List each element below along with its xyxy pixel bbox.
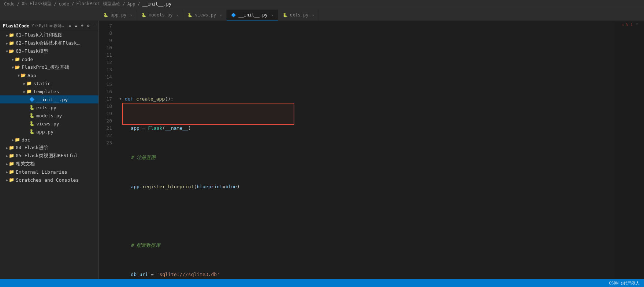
- add-folder-icon[interactable]: ⊕: [69, 23, 71, 28]
- chevron-right-icon: ▶: [12, 57, 14, 61]
- tab-views-py[interactable]: 🐍 views.py ✕: [183, 10, 227, 20]
- sidebar-label: App: [27, 73, 36, 78]
- code-line-14: ____db_uri = 'sqlite:///sqlite3.db': [119, 271, 615, 278]
- sidebar-label: static: [33, 81, 51, 86]
- chevron-down-icon: ▼: [12, 65, 14, 69]
- status-bar: CSDN @代码浪人: [0, 279, 644, 287]
- breadcrumb-item[interactable]: Code: [4, 1, 15, 7]
- minimap: [615, 22, 644, 279]
- close-icon[interactable]: ✕: [176, 13, 178, 17]
- folder-icon: 📁: [15, 137, 20, 142]
- punctuation: ():: [165, 95, 173, 103]
- collapse-all-icon[interactable]: ≑: [81, 23, 83, 28]
- tab-label: app.py: [111, 12, 126, 18]
- sidebar-item-static[interactable]: ▶ 📁 static: [0, 79, 98, 87]
- sidebar-label: code: [22, 57, 33, 62]
- folder-icon: 📁: [9, 33, 14, 38]
- tab-label: exts.py: [290, 12, 309, 18]
- close-icon[interactable]: ✕: [220, 13, 222, 17]
- chevron-down-icon: ▼: [18, 73, 20, 78]
- sidebar-item-init-py[interactable]: 🔷 __init__.py: [0, 95, 98, 103]
- chevron-right-icon: ▶: [12, 138, 14, 142]
- sidebar-label: models.py: [36, 113, 62, 118]
- close-icon[interactable]: ✕: [271, 13, 273, 17]
- code-line-11: ____app.register_blueprint(blueprint=blu…: [119, 183, 615, 190]
- editor-area[interactable]: ⚠ A 1 ⌃ 7 8 9 10 11 12 13 14 15 16 17 18…: [99, 21, 644, 279]
- tab-app-py[interactable]: 🐍 app.py ✕: [99, 10, 137, 20]
- folder-icon: 📂: [9, 49, 14, 54]
- sidebar-label: 相关文档: [16, 161, 35, 167]
- code-line-7: [119, 66, 615, 73]
- folder-icon: 📁: [26, 81, 32, 86]
- breadcrumb-active: __init__.py: [142, 1, 171, 7]
- breadcrumb-item[interactable]: FlaskPro1_模型基础: [76, 1, 120, 7]
- sidebar-item-scratches[interactable]: ▶ 📁 Scratches and Consoles: [0, 176, 98, 184]
- folder-icon: 📁: [15, 57, 20, 62]
- breadcrumb-item[interactable]: code: [59, 1, 69, 7]
- sidebar-item-flask-model[interactable]: ▼ 📂 03-Flask模型: [0, 47, 98, 55]
- code-line-8: ▾ def create_app():: [119, 95, 615, 103]
- sidebar-label: doc: [22, 137, 30, 143]
- sidebar-item-flask-intro[interactable]: ▶ 📁 01-Flask入门和视图: [0, 31, 98, 39]
- sidebar-item-flask-advanced[interactable]: ▶ 📁 04-Flask进阶: [0, 144, 98, 152]
- chevron-right-icon: ▶: [23, 82, 26, 86]
- settings-icon[interactable]: ⚙: [87, 23, 90, 28]
- breadcrumb-item[interactable]: App: [127, 1, 135, 7]
- folder-icon: 📂: [15, 65, 20, 70]
- tab-bar: 🐍 app.py ✕ 🐍 models.py ✕ 🐍 views.py ✕ 🔷 …: [0, 8, 644, 21]
- sidebar-label: templates: [33, 89, 59, 94]
- close-sidebar-icon[interactable]: —: [93, 23, 96, 28]
- code-line-12: [119, 212, 615, 220]
- sidebar-item-models-py[interactable]: 🐍 models.py: [0, 112, 98, 120]
- status-right: CSDN @代码浪人: [609, 280, 640, 286]
- sidebar-item-external-libs[interactable]: ▶ 📁 External Libraries: [0, 168, 98, 176]
- main-area: Flask2Code Y:\Python教研院202... ⊕ ≡ ≑ ⚙ — …: [0, 21, 644, 279]
- sidebar-item-views-py[interactable]: 🐍 views.py: [0, 120, 98, 128]
- sidebar-label: __init__.py: [36, 97, 68, 102]
- sidebar-label: 03-Flask模型: [16, 48, 48, 54]
- sidebar-item-flask-session[interactable]: ▶ 📁 02-Flask会话技术和Flask模板语: [0, 39, 98, 47]
- sidebar-label: 01-Flask入门和视图: [16, 32, 63, 38]
- selection-box: [122, 103, 294, 125]
- close-icon[interactable]: ✕: [130, 13, 132, 17]
- breadcrumb-bar: Code / 05-Flask模型 / code / FlaskPro1_模型基…: [0, 0, 644, 8]
- close-icon[interactable]: ✕: [312, 13, 314, 17]
- sidebar-item-templates[interactable]: ▶ 📁 templates: [0, 87, 98, 95]
- chevron-right-icon: ▶: [6, 154, 8, 158]
- sidebar-item-related-docs[interactable]: ▶ 📁 相关文档: [0, 160, 98, 168]
- sidebar-item-exts-py[interactable]: 🐍 exts.py: [0, 103, 98, 112]
- collapse-icon[interactable]: ≡: [75, 23, 78, 28]
- code-content[interactable]: ▾ def create_app(): ____app = Flask(__na…: [116, 22, 615, 279]
- sidebar-label: Scratches and Consoles: [16, 177, 79, 183]
- chevron-right-icon: ▶: [6, 178, 8, 182]
- sidebar-header: Flask2Code Y:\Python教研院202... ⊕ ≡ ≑ ⚙ —: [0, 21, 98, 31]
- sidebar-label: 02-Flask会话技术和Flask模板语: [16, 40, 82, 46]
- code-container[interactable]: 7 8 9 10 11 12 13 14 15 16 17 18 19 20 2…: [99, 21, 644, 279]
- tab-init-py[interactable]: 🔷 __init__.py ✕: [227, 10, 278, 20]
- sidebar-item-code[interactable]: ▶ 📁 code: [0, 55, 98, 63]
- python-file-icon: 🐍: [29, 105, 35, 110]
- folder-icon: 📁: [9, 41, 14, 46]
- sidebar-item-app-folder[interactable]: ▼ 📂 App: [0, 71, 98, 79]
- sidebar-item-flask-views[interactable]: ▶ 📁 05-Flask类视图和RESTful: [0, 152, 98, 160]
- sidebar-label: FlaskPro1_模型基础: [22, 64, 69, 71]
- tab-exts-py[interactable]: 🐍 exts.py ✕: [278, 10, 319, 20]
- chevron-right-icon: ▶: [6, 33, 8, 37]
- chevron-right-icon: ▶: [6, 170, 8, 174]
- function-name: create_app: [136, 95, 165, 103]
- python-file-icon: 🐍: [29, 113, 35, 118]
- sidebar-item-app-py[interactable]: 🐍 app.py: [0, 128, 98, 136]
- sidebar-item-flaskpro1[interactable]: ▼ 📂 FlaskPro1_模型基础: [0, 63, 98, 71]
- sidebar-items: ▶ 📁 01-Flask入门和视图 ▶ 📁 02-Flask会话技术和Flask…: [0, 31, 98, 279]
- sidebar-label: 04-Flask进阶: [16, 144, 48, 151]
- folder-icon: 📁: [9, 169, 14, 174]
- fold-icon[interactable]: ▾: [119, 95, 122, 103]
- tab-models-py[interactable]: 🐍 models.py ✕: [137, 10, 183, 20]
- chevron-right-icon: ▶: [6, 41, 8, 45]
- folder-icon: 📁: [26, 89, 32, 94]
- folder-icon: 📁: [9, 153, 14, 158]
- sidebar-item-doc[interactable]: ▶ 📁 doc: [0, 136, 98, 144]
- tab-label: __init__.py: [238, 12, 267, 18]
- breadcrumb-item[interactable]: 05-Flask模型: [22, 1, 52, 7]
- python-file-icon: 🐍: [141, 13, 146, 18]
